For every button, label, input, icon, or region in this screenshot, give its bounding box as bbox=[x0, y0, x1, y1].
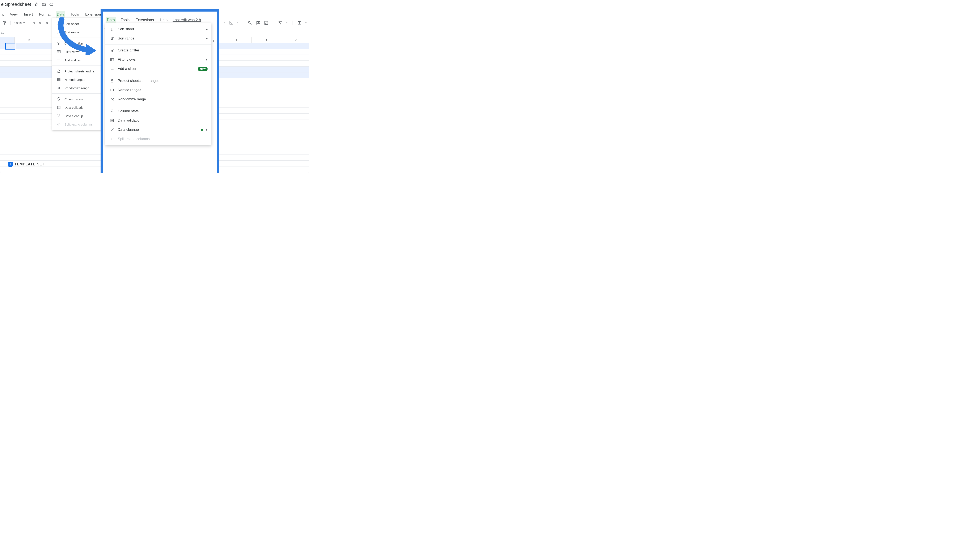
formula-bar-fx[interactable]: fx bbox=[1, 30, 10, 35]
menu-item-label: Protect sheets and ranges bbox=[118, 79, 159, 83]
menu-item-label: Data cleanup bbox=[118, 127, 139, 132]
menu-item-sort-range[interactable]: Sort range bbox=[52, 28, 102, 36]
frame-menu-tools[interactable]: Tools bbox=[120, 17, 130, 24]
menu-item-protect-sheets-and-ranges[interactable]: Protect sheets and ranges bbox=[105, 76, 212, 86]
menu-item-column-stats[interactable]: Column stats bbox=[105, 107, 212, 116]
split-icon bbox=[56, 122, 61, 126]
cloud-icon[interactable] bbox=[49, 2, 54, 7]
menu-item-sort-range[interactable]: Sort range▶ bbox=[105, 34, 212, 43]
menu-item-label: Split text to columns bbox=[64, 123, 92, 126]
link-icon[interactable] bbox=[248, 21, 253, 25]
frame-menu-help[interactable]: Help bbox=[159, 17, 169, 24]
menu-item-filter-views[interactable]: Filter views▶ bbox=[105, 55, 212, 64]
menu-item-column-stats[interactable]: Column stats bbox=[52, 95, 102, 103]
filter-icon bbox=[56, 41, 61, 45]
frame-menu-extensions[interactable]: Extensions bbox=[135, 17, 155, 24]
menu-item-randomize-range[interactable]: Randomize range bbox=[52, 84, 102, 92]
col-i[interactable]: I bbox=[222, 37, 251, 43]
menu-item-label: Create a filter bbox=[118, 48, 139, 53]
sort-icon bbox=[110, 27, 115, 31]
menu-item-label: Filter views bbox=[64, 50, 80, 54]
last-edit-link[interactable]: Last edit was 2 h bbox=[173, 18, 201, 22]
svg-rect-1 bbox=[57, 50, 60, 53]
dec-decrease-button[interactable]: .0 bbox=[44, 21, 49, 25]
menu-item-data-cleanup[interactable]: Data cleanup▶ bbox=[105, 125, 212, 134]
menu-tools[interactable]: Tools bbox=[70, 11, 80, 18]
caret-down-icon bbox=[224, 22, 226, 24]
comment-icon[interactable] bbox=[256, 21, 261, 25]
filterviews-icon bbox=[110, 57, 115, 62]
menu-item-label: Sort range bbox=[118, 36, 134, 40]
menu-item-protect-sheets-and-ra[interactable]: Protect sheets and ra bbox=[52, 67, 102, 75]
caret-down-icon bbox=[305, 22, 307, 24]
menu-item-label: Data cleanup bbox=[64, 114, 83, 118]
sigma-icon[interactable] bbox=[297, 21, 302, 25]
menu-item-data-validation[interactable]: Data validation bbox=[105, 116, 212, 125]
menu-item-named-ranges[interactable]: Named ranges bbox=[52, 75, 102, 84]
menu-item-add-a-slicer[interactable]: Add a slicer bbox=[52, 56, 102, 64]
menu-item-create-a-filter[interactable]: Create a filter bbox=[105, 46, 212, 55]
menu-it[interactable]: it bbox=[1, 11, 5, 18]
named-icon bbox=[110, 88, 115, 92]
svg-rect-5 bbox=[111, 58, 114, 61]
submenu-arrow-icon: ▶ bbox=[206, 37, 208, 40]
active-cell[interactable] bbox=[5, 43, 15, 49]
slicer-icon bbox=[110, 67, 115, 71]
random-icon bbox=[110, 97, 115, 101]
menu-item-split-text-to-columns: Split text to columns bbox=[52, 120, 102, 129]
callout-frame: Data Tools Extensions Help Last edit was… bbox=[100, 9, 220, 173]
separator bbox=[10, 21, 11, 25]
percent-button[interactable]: % bbox=[37, 21, 43, 25]
menu-item-label: Column stats bbox=[118, 109, 138, 113]
move-icon[interactable] bbox=[41, 2, 46, 7]
svg-rect-2 bbox=[58, 71, 60, 73]
menu-separator bbox=[105, 105, 212, 105]
doc-title[interactable]: e Spreadsheet bbox=[0, 2, 31, 7]
menu-item-data-validation[interactable]: Data validation bbox=[52, 103, 102, 112]
col-b[interactable]: B bbox=[15, 37, 44, 43]
frame-menu-data[interactable]: Data bbox=[106, 17, 116, 24]
zoom-select[interactable]: 100% bbox=[13, 21, 27, 25]
currency-button[interactable]: $ bbox=[32, 21, 36, 25]
menu-item-label: Filter views bbox=[118, 57, 135, 62]
menu-item-label: Named ranges bbox=[64, 78, 85, 81]
bulb-icon bbox=[56, 97, 61, 101]
menu-item-sort-sheet[interactable]: Sort sheet bbox=[52, 19, 102, 28]
chart-icon[interactable] bbox=[264, 21, 269, 25]
menu-item-sort-sheet[interactable]: Sort sheet▶ bbox=[105, 25, 212, 34]
menu-item-label: Split text to columns bbox=[118, 137, 150, 141]
menu-item-label: Sort sheet bbox=[64, 22, 79, 25]
menu-item-create-a-filter[interactable]: Create a filter bbox=[52, 39, 102, 48]
menu-item-label: Create a filter bbox=[64, 41, 83, 45]
sort-icon bbox=[56, 30, 61, 34]
title-row: e Spreadsheet bbox=[0, 1, 54, 8]
menu-item-label: Data validation bbox=[118, 118, 141, 123]
menu-item-split-text-to-columns: Split text to columns bbox=[105, 134, 212, 143]
menu-view[interactable]: View bbox=[9, 11, 19, 18]
filter-toolbar-icon[interactable] bbox=[278, 21, 283, 25]
slicer-icon bbox=[56, 58, 61, 62]
col-f[interactable]: F bbox=[210, 39, 217, 42]
menu-separator bbox=[105, 75, 212, 75]
separator bbox=[29, 21, 29, 25]
rotate-icon[interactable] bbox=[229, 21, 234, 25]
col-j[interactable]: J bbox=[251, 37, 281, 43]
menubar: it View Insert Format Data Tools Extensi… bbox=[1, 10, 103, 19]
menu-item-filter-views[interactable]: Filter views bbox=[52, 48, 102, 56]
svg-rect-6 bbox=[111, 81, 113, 82]
menu-item-randomize-range[interactable]: Randomize range bbox=[105, 95, 212, 104]
star-icon[interactable] bbox=[34, 2, 39, 7]
zoom-value: 100% bbox=[14, 21, 22, 25]
filterviews-icon bbox=[56, 49, 61, 54]
submenu-arrow-icon: ▶ bbox=[206, 58, 208, 61]
menu-format[interactable]: Format bbox=[38, 11, 51, 18]
menu-insert[interactable]: Insert bbox=[23, 11, 34, 18]
menu-data[interactable]: Data bbox=[56, 11, 65, 18]
menu-item-add-a-slicer[interactable]: Add a slicerNew bbox=[105, 64, 212, 73]
menu-item-data-cleanup[interactable]: Data cleanup bbox=[52, 112, 102, 120]
paint-format-icon[interactable] bbox=[1, 20, 8, 26]
logo-brand: TEMPLATE bbox=[14, 162, 35, 166]
col-k[interactable]: K bbox=[281, 37, 309, 43]
menu-item-named-ranges[interactable]: Named ranges bbox=[105, 86, 212, 95]
menu-item-label: Data validation bbox=[64, 106, 85, 109]
